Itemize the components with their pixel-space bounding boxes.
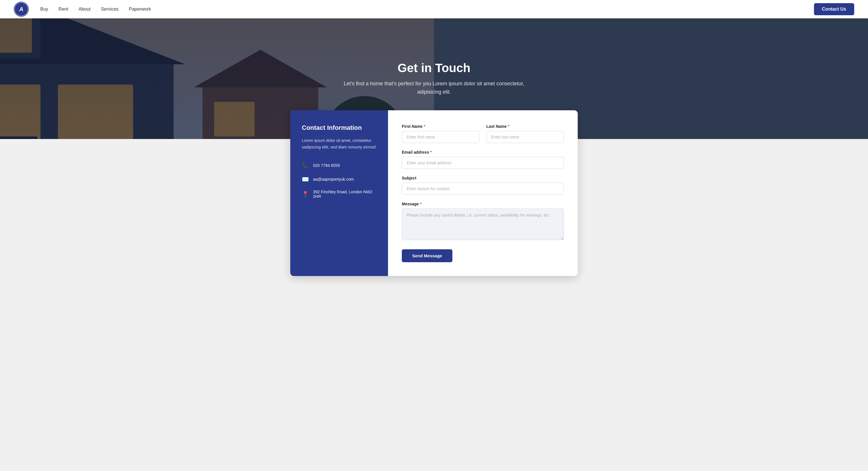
contact-phone: 020 7794 6559 (313, 163, 340, 168)
nav-services[interactable]: Services (101, 7, 118, 12)
last-name-label: Last Name* (486, 124, 564, 129)
hero-title: Get in Touch (336, 61, 532, 75)
contact-address-item: 📍 392 Finchley Road, London NW2 2HR (302, 190, 376, 199)
contact-email-item: ✉️ aa@aapropertyuk.com (302, 176, 376, 183)
email-group: Email address* (402, 150, 564, 169)
first-name-input[interactable] (402, 131, 479, 143)
nav-rent[interactable]: Rent (59, 7, 68, 12)
contact-card: Contact Information Lorem ipsum dolor si… (290, 110, 578, 276)
contact-info-panel: Contact Information Lorem ipsum dolor si… (290, 110, 388, 276)
first-name-required: * (424, 124, 425, 129)
message-label: Message* (402, 202, 564, 206)
nav-paperwork[interactable]: Paperwork (129, 7, 151, 12)
navbar: A Buy Rent About Services Paperwork Cont… (0, 0, 868, 19)
message-required: * (420, 202, 421, 206)
email-icon: ✉️ (302, 176, 309, 183)
nav-links: Buy Rent About Services Paperwork (40, 7, 814, 12)
contact-form-panel: First Name* Last Name* Email address* (388, 110, 578, 276)
contact-address: 392 Finchley Road, London NW2 2HR (313, 190, 376, 199)
last-name-input[interactable] (486, 131, 564, 143)
name-row: First Name* Last Name* (402, 124, 564, 143)
last-name-required: * (508, 124, 509, 129)
logo[interactable]: A (14, 2, 29, 16)
hero-content: Get in Touch Let's find a home that's pe… (331, 61, 537, 96)
contact-us-button[interactable]: Contact Us (814, 3, 854, 15)
contact-phone-item: 📞 020 7794 6559 (302, 162, 376, 169)
email-required: * (430, 150, 432, 155)
logo-icon: A (15, 3, 28, 16)
nav-buy[interactable]: Buy (40, 7, 48, 12)
last-name-group: Last Name* (486, 124, 564, 143)
subject-input[interactable] (402, 183, 564, 195)
email-input[interactable] (402, 157, 564, 169)
contact-info-title: Contact Information (302, 124, 376, 132)
nav-about[interactable]: About (79, 7, 91, 12)
subject-label: Subject (402, 176, 564, 180)
send-message-button[interactable]: Send Message (402, 249, 453, 262)
first-name-label: First Name* (402, 124, 479, 129)
location-icon: 📍 (302, 191, 309, 198)
email-label: Email address* (402, 150, 564, 155)
contact-info-description: Lorem ipsum dolor sit amet, consetetur s… (302, 137, 376, 150)
phone-icon: 📞 (302, 162, 309, 169)
hero-subtitle: Let's find a home that's perfect for you… (336, 79, 532, 96)
contact-email: aa@aapropertyuk.com (313, 177, 354, 181)
main-content: Contact Information Lorem ipsum dolor si… (0, 99, 868, 299)
message-group: Message* (402, 202, 564, 240)
first-name-group: First Name* (402, 124, 479, 143)
subject-group: Subject (402, 176, 564, 195)
message-textarea[interactable] (402, 208, 564, 240)
